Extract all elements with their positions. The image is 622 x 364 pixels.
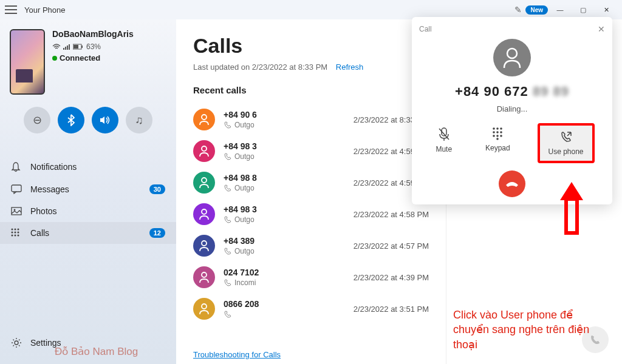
svg-rect-3 (69, 44, 70, 50)
call-row[interactable]: +84 389 Outgo 2/23/2022 at 4:57 PM (193, 230, 429, 261)
call-avatar (193, 298, 215, 320)
nav-photos[interactable]: Photos (0, 200, 176, 222)
svg-point-34 (496, 131, 499, 133)
caller-avatar (493, 39, 531, 76)
nav-label: Photos (30, 206, 57, 216)
call-avatar (193, 109, 215, 130)
minimize-button[interactable]: — (549, 1, 571, 18)
svg-rect-2 (67, 46, 68, 50)
call-overlay: Call ✕ +84 90 672 89 89 Dialing... Mute … (412, 17, 612, 204)
svg-point-13 (12, 232, 13, 234)
mute-button[interactable]: Mute (429, 123, 458, 157)
call-number: +84 98 3 (224, 204, 345, 214)
music-button[interactable]: ♫ (126, 107, 152, 133)
svg-point-21 (202, 146, 207, 151)
messages-badge: 30 (149, 184, 165, 194)
svg-rect-5 (73, 45, 78, 49)
call-avatar (193, 235, 215, 257)
hamburger-menu[interactable] (5, 5, 17, 14)
call-status: Dialing... (419, 104, 605, 113)
svg-point-17 (15, 235, 16, 237)
call-avatar (193, 140, 215, 162)
svg-point-15 (18, 232, 19, 234)
call-row[interactable]: 0866 208 2/23/2022 at 3:51 PM (193, 293, 429, 325)
svg-point-22 (202, 178, 207, 183)
svg-rect-7 (12, 185, 21, 192)
call-type: Outgo (224, 247, 345, 255)
troubleshoot-link[interactable]: Troubleshooting for Calls (193, 350, 281, 359)
svg-point-36 (493, 135, 495, 137)
svg-rect-1 (65, 47, 66, 50)
volume-button[interactable] (92, 107, 118, 133)
last-updated: Last updated on 2/23/2022 at 8:33 PM (193, 62, 327, 72)
refresh-link[interactable]: Refresh (336, 62, 364, 72)
svg-point-26 (202, 304, 207, 309)
phone-name: DoBaoNamBlogAris (52, 29, 166, 39)
svg-point-16 (12, 235, 13, 237)
call-row[interactable]: +84 98 8Outgo 2/23/2022 at 4:59 PM (193, 167, 429, 198)
nav-label: Notifications (30, 162, 77, 172)
call-time: 2/23/2022 at 4:39 PM (354, 273, 429, 282)
svg-point-11 (15, 229, 16, 231)
svg-point-12 (18, 229, 19, 231)
call-number: 0866 208 (224, 299, 345, 309)
battery-icon (73, 44, 84, 50)
nav-label: Calls (30, 228, 49, 238)
svg-point-39 (496, 138, 499, 140)
use-phone-button[interactable]: Use phone (538, 123, 595, 163)
nav-label: Messages (30, 184, 69, 194)
svg-point-38 (500, 135, 502, 137)
call-type: Outgo (224, 152, 345, 161)
call-avatar (193, 203, 215, 225)
svg-point-14 (15, 232, 16, 234)
nav-calls[interactable]: Calls 12 (0, 222, 176, 244)
call-type: Incomi (224, 278, 345, 287)
overlay-close[interactable]: ✕ (598, 24, 605, 34)
dialpad-icon (11, 228, 22, 238)
svg-rect-40 (566, 199, 577, 233)
svg-point-25 (202, 272, 207, 277)
svg-rect-6 (81, 46, 83, 48)
call-row[interactable]: +84 98 3Outgo 2/23/2022 at 4:58 PM (193, 198, 429, 230)
svg-point-20 (202, 115, 207, 120)
svg-point-10 (12, 229, 13, 231)
recent-calls-header: Recent calls (193, 85, 429, 95)
maximize-button[interactable]: ▢ (572, 1, 594, 18)
call-type: Outgo (224, 184, 345, 192)
phone-status-line: 63% (52, 42, 166, 51)
keypad-button[interactable]: Keypad (479, 123, 516, 156)
dnd-button[interactable]: ⊖ (24, 107, 50, 133)
svg-point-37 (496, 135, 499, 137)
watermark: Đỗ Bảo Nam Blog (55, 345, 138, 358)
bluetooth-button[interactable] (58, 107, 84, 133)
close-button[interactable]: ✕ (595, 1, 617, 18)
gear-icon (11, 337, 22, 348)
svg-rect-0 (63, 48, 64, 50)
connected-label: Connected (60, 53, 100, 62)
photo-icon (11, 207, 22, 215)
end-call-button[interactable] (499, 170, 525, 197)
wifi-icon (52, 44, 61, 50)
calls-badge: 12 (149, 228, 165, 238)
svg-point-33 (493, 131, 495, 133)
annotation-text: Click vào User phone để chuyển sang nghe… (453, 308, 611, 352)
signal-icon (63, 44, 70, 50)
svg-point-9 (14, 209, 16, 211)
call-row[interactable]: +84 98 3Outgo 2/23/2022 at 4:59 PM (193, 135, 429, 167)
nav-messages[interactable]: Messages 30 (0, 178, 176, 200)
chat-icon (11, 184, 22, 194)
battery-pct: 63% (86, 42, 101, 51)
svg-point-24 (202, 241, 207, 246)
call-type: Outgo (224, 121, 345, 129)
svg-point-19 (15, 341, 18, 345)
nav-notifications[interactable]: Notifications (0, 155, 176, 178)
call-avatar (193, 266, 215, 288)
call-time: 2/23/2022 at 3:51 PM (354, 305, 429, 314)
calling-number: +84 90 672 89 89 (419, 84, 605, 99)
call-row[interactable]: 024 7102Incomi 2/23/2022 at 4:39 PM (193, 261, 429, 293)
pen-icon[interactable]: ✎ (514, 5, 522, 15)
phone-thumbnail (10, 29, 45, 95)
call-number: +84 98 3 (224, 141, 345, 151)
new-badge[interactable]: New (525, 5, 548, 15)
call-row[interactable]: +84 90 6Outgo 2/23/2022 at 8:33 PM (193, 104, 429, 135)
